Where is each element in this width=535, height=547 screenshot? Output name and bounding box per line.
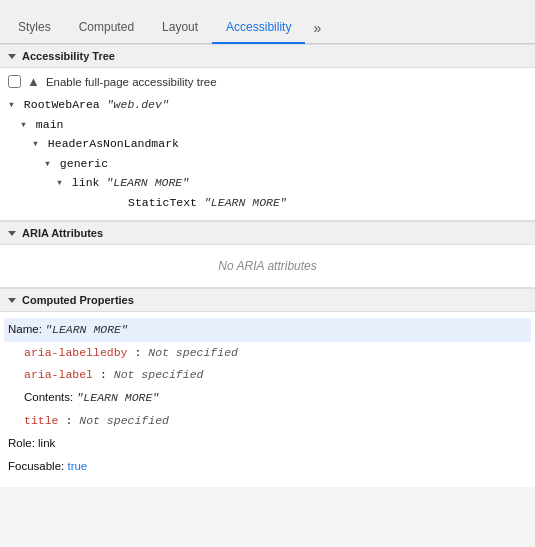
enable-row: ▲ Enable full-page accessibility tree: [8, 74, 527, 89]
tree-row[interactable]: link "LEARN MORE": [8, 173, 527, 193]
triangle-down-icon: [8, 231, 16, 236]
tabs-bar: Styles Computed Layout Accessibility »: [0, 0, 535, 44]
computed-row-aria-label: aria-label : Not specified: [8, 364, 527, 386]
tab-styles[interactable]: Styles: [4, 12, 65, 44]
arrow-icon: [20, 115, 27, 135]
computed-row-title: title : Not specified: [8, 410, 527, 432]
aria-attributes-label: ARIA Attributes: [22, 227, 103, 239]
tree-row[interactable]: generic: [8, 154, 527, 174]
tree-nodes: RootWebArea "web.dev" main HeaderAsNonLa…: [8, 95, 527, 212]
computed-area: Name: "LEARN MORE" aria-labelledby : Not…: [0, 312, 535, 487]
arrow-icon: [8, 95, 15, 115]
computed-properties-label: Computed Properties: [22, 294, 134, 306]
accessibility-tree-area: ▲ Enable full-page accessibility tree Ro…: [0, 68, 535, 221]
computed-row-name: Name: "LEARN MORE": [4, 318, 531, 341]
computed-row-focusable: Focusable: true: [8, 455, 527, 477]
computed-row-contents: Contents: "LEARN MORE": [8, 386, 527, 409]
aria-attributes-header[interactable]: ARIA Attributes: [0, 221, 535, 245]
computed-row-role: Role: link: [8, 432, 527, 454]
aria-area: No ARIA attributes: [0, 245, 535, 288]
tree-row[interactable]: StaticText "LEARN MORE": [8, 193, 527, 213]
tree-row[interactable]: main: [8, 115, 527, 135]
tab-accessibility[interactable]: Accessibility: [212, 12, 305, 44]
triangle-down-icon: [8, 54, 16, 59]
enable-checkbox[interactable]: [8, 75, 21, 88]
no-aria-message: No ARIA attributes: [218, 259, 316, 273]
tree-row[interactable]: HeaderAsNonLandmark: [8, 134, 527, 154]
arrow-icon: [32, 134, 39, 154]
computed-row-aria-labelledby: aria-labelledby : Not specified: [8, 342, 527, 364]
tree-row[interactable]: RootWebArea "web.dev": [8, 95, 527, 115]
accessibility-tree-header[interactable]: Accessibility Tree: [0, 44, 535, 68]
computed-properties-header[interactable]: Computed Properties: [0, 288, 535, 312]
filter-icon: ▲: [27, 74, 40, 89]
tab-layout[interactable]: Layout: [148, 12, 212, 44]
triangle-down-icon: [8, 298, 16, 303]
content-area: Accessibility Tree ▲ Enable full-page ac…: [0, 44, 535, 487]
accessibility-tree-label: Accessibility Tree: [22, 50, 115, 62]
arrow-icon: [56, 173, 63, 193]
arrow-icon: [44, 154, 51, 174]
tab-computed[interactable]: Computed: [65, 12, 148, 44]
tab-more[interactable]: »: [305, 12, 329, 44]
enable-label: Enable full-page accessibility tree: [46, 76, 217, 88]
